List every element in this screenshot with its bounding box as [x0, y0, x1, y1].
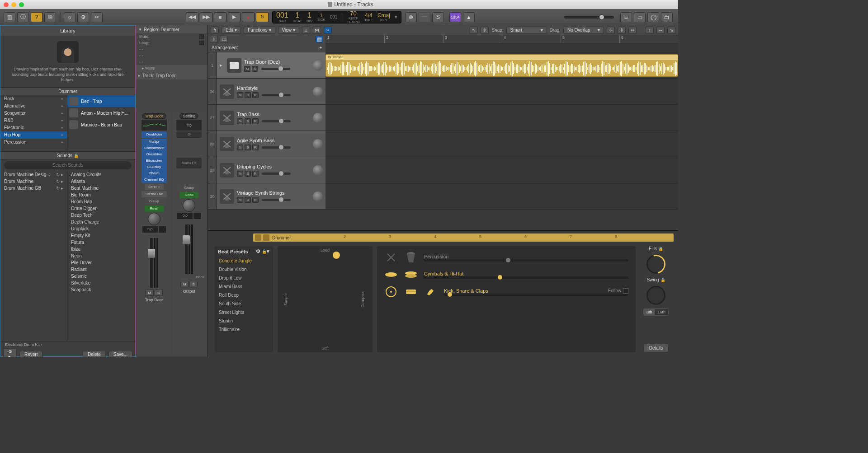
stop-button[interactable]: ■ [214, 12, 226, 22]
genre-item[interactable]: R&B▸ [0, 117, 67, 124]
genre-item[interactable]: Alternative▸ [0, 103, 67, 110]
record-button[interactable]: ● [242, 12, 255, 22]
insert-slot[interactable]: St-Delay [142, 164, 167, 170]
functions-menu[interactable]: Functions ▾ [244, 27, 275, 34]
waveform-zoom-icon[interactable]: ⊹ [607, 27, 615, 34]
insert-slot[interactable]: Multipr [142, 139, 167, 145]
track-lane[interactable] [326, 131, 678, 157]
loop-checkbox[interactable] [199, 41, 204, 45]
minimize-window-button[interactable] [11, 2, 16, 7]
track-volume-slider[interactable] [262, 94, 291, 96]
track-volume-slider[interactable] [262, 120, 291, 122]
lcd-display[interactable]: 001BAR 1BEAT 1DIV 1TICK 001 70KEEPTEMPO … [272, 11, 401, 23]
r-button[interactable]: R [252, 171, 259, 177]
stereo-mode[interactable]: ◎ [176, 131, 202, 138]
eq-thumbnail[interactable] [142, 120, 167, 131]
back-icon[interactable]: ↰ [211, 27, 219, 34]
output-slot[interactable]: Stereo Out [142, 191, 167, 197]
zoom-h-icon[interactable]: ↔ [656, 27, 665, 34]
insert-slot[interactable]: Bitcrusher [142, 158, 167, 164]
preset-item[interactable]: South Side [214, 299, 273, 308]
insert-slot[interactable]: Compressor [142, 145, 167, 151]
flex-icon[interactable]: ⋈ [313, 27, 321, 34]
sound-patch-item[interactable]: Ibiza [67, 246, 135, 252]
track-pan-knob[interactable] [313, 61, 323, 70]
sound-patch-item[interactable]: Seismic [67, 273, 135, 280]
fills-knob[interactable] [646, 255, 665, 274]
sound-patch-item[interactable]: Pile Driver [67, 259, 135, 266]
track-lane[interactable] [326, 105, 678, 131]
djembe-icon[interactable] [404, 252, 418, 263]
drummer-region-ruler[interactable]: Drummer 2345678 [253, 234, 674, 242]
smart-controls-button[interactable]: ☼ [64, 12, 75, 22]
preset-item[interactable]: Stuntin [214, 317, 273, 325]
preset-item[interactable]: Double Vision [214, 265, 273, 274]
genre-item[interactable]: Songwriter▸ [0, 110, 67, 117]
more-toggle[interactable]: ▸ More [136, 65, 208, 71]
drummer-item[interactable]: Maurice - Boom Bap [67, 119, 135, 131]
vzoom-icon[interactable]: ⇕ [618, 27, 626, 34]
sound-patch-item[interactable]: Snapback [67, 286, 135, 293]
bar-ruler[interactable]: 123456 [326, 35, 678, 43]
insert-slot[interactable]: Overdrive [142, 151, 167, 158]
track-row[interactable]: 29 Dripping Cycles MSR [208, 157, 678, 183]
metronome-button[interactable]: ▲ [463, 12, 475, 22]
track-row[interactable]: 1 ▸ Trap Door (Dez) MS Drummer [208, 52, 678, 79]
insert-slot[interactable]: PtVerb [142, 170, 167, 177]
replace-button[interactable]: ⊗ [405, 12, 417, 22]
details-button[interactable]: Details [643, 344, 669, 352]
audiofx-slot[interactable]: Audio FX [176, 158, 202, 168]
mute-button[interactable]: M [180, 281, 189, 287]
low-latency-button[interactable]: 〰 [419, 12, 430, 22]
s-button[interactable]: S [252, 66, 258, 72]
track-pan-knob[interactable] [313, 165, 323, 175]
m-button[interactable]: M [237, 118, 243, 124]
global-tracks-button[interactable]: ▦ [315, 36, 323, 43]
track-volume-slider[interactable] [262, 173, 291, 175]
track-row[interactable]: 27 Trap Bass MSR [208, 105, 678, 131]
s-button[interactable]: S [245, 145, 251, 150]
hihat-icon[interactable] [404, 269, 418, 280]
m-button[interactable]: M [237, 197, 243, 203]
next-region-icon[interactable] [263, 234, 269, 241]
search-input[interactable]: Search Sounds [4, 161, 132, 169]
eq-slot[interactable]: EQ [176, 120, 202, 131]
zoom-reset-icon[interactable]: ↘ [667, 27, 675, 34]
arrangement-lane[interactable] [326, 43, 678, 52]
zoom-window-button[interactable] [19, 2, 24, 7]
sound-patch-item[interactable]: Analog Circuits [67, 171, 135, 178]
xy-pad[interactable]: Loud Soft Simple Complex [278, 246, 373, 352]
preset-gear-icon[interactable]: ⚙🔒▾ [256, 248, 269, 254]
m-button[interactable]: M [237, 171, 243, 177]
s-button[interactable]: S [245, 118, 251, 124]
insert-slot[interactable]: Channel EQ [142, 177, 167, 183]
sound-category-item[interactable]: Drum Machine Desig...↻ ▸ [0, 171, 67, 178]
sound-patch-item[interactable]: Neon [67, 252, 135, 259]
pan-value[interactable]: 0,0 [177, 213, 193, 219]
preset-item[interactable]: Trillionaire [214, 325, 273, 334]
delete-button[interactable]: Delete [83, 351, 106, 357]
kick-slider[interactable] [444, 294, 628, 296]
add-track-button[interactable]: + [210, 36, 218, 43]
s-button[interactable]: S [245, 92, 251, 98]
editors-button[interactable]: ✂ [91, 12, 103, 22]
sound-patch-item[interactable]: Big Room [67, 191, 135, 198]
hzoom-icon[interactable]: ⇔ [628, 27, 637, 34]
sound-patch-item[interactable]: Atlanta [67, 178, 135, 185]
notes-button[interactable]: ▭ [634, 12, 646, 22]
play-button[interactable]: ▶ [228, 12, 241, 22]
cycle-button[interactable]: ↻ [256, 12, 269, 22]
quick-help-button[interactable]: ? [31, 12, 42, 22]
loops-button[interactable]: ◯ [647, 12, 659, 22]
track-row[interactable]: 30 Vintage Synth Strings MSR [208, 183, 678, 210]
sound-patch-item[interactable]: Silverlake [67, 280, 135, 286]
preset-item[interactable]: Roll Deep [214, 291, 273, 299]
sound-patch-item[interactable]: Beat Machine [67, 185, 135, 191]
input-slot[interactable]: DrmMchn [142, 131, 167, 138]
claps-icon[interactable] [424, 286, 438, 298]
track-volume-slider[interactable] [261, 68, 290, 70]
genre-item[interactable]: Percussion▸ [0, 139, 67, 146]
sound-patch-item[interactable]: Radiant [67, 266, 135, 273]
library-path[interactable]: Electronic Drum Kit › [3, 342, 132, 347]
drummer-item[interactable]: Dez - Trap [67, 95, 135, 107]
